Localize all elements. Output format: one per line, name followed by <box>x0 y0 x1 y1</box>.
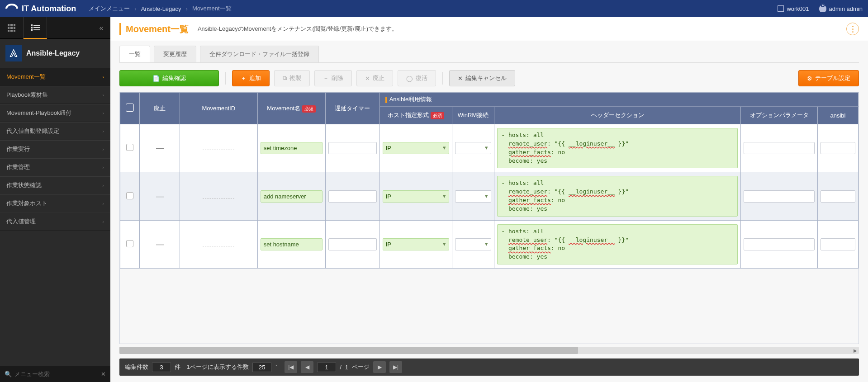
sidebar-item[interactable]: Movement-Playbook紐付› <box>0 104 110 122</box>
winrm-select[interactable] <box>455 142 492 154</box>
col-ansible-cfg: ansibl <box>818 107 859 124</box>
movement-name-input[interactable] <box>261 190 323 203</box>
sidebar-mode-bar: « <box>0 17 110 39</box>
col-discard: 廃止 <box>140 93 180 124</box>
horizontal-scrollbar[interactable]: ◀ ▶ <box>119 347 859 354</box>
chevron-right-icon: › <box>102 219 104 224</box>
prev-page-button[interactable]: ◀ <box>301 361 313 373</box>
sidebar-item[interactable]: 作業管理› <box>0 158 110 176</box>
user-menu[interactable]: admin admin <box>819 5 863 12</box>
sidebar-collapse-button[interactable]: « <box>92 24 110 32</box>
col-host-format: ホスト指定形式必須 <box>379 107 452 124</box>
scroll-right-icon[interactable]: ▶ <box>852 347 859 354</box>
list-icon <box>31 25 40 30</box>
minus-icon: － <box>323 74 329 82</box>
sidebar-section-label: Ansible-Legacy <box>26 49 80 57</box>
sidebar-item[interactable]: 作業実行› <box>0 140 110 158</box>
sidebar-item[interactable]: Playbook素材集› <box>0 86 110 104</box>
sidebar-item[interactable]: 作業状態確認› <box>0 176 110 194</box>
table-settings-button[interactable]: ⚙テーブル設定 <box>798 70 859 86</box>
clear-icon[interactable]: ✕ <box>101 371 106 377</box>
workspace-selector[interactable]: work001 <box>778 5 809 12</box>
discard-indicator: — <box>156 192 163 201</box>
option-param-input[interactable] <box>744 238 815 250</box>
row-checkbox[interactable] <box>126 192 133 199</box>
movement-id-placeholder <box>203 150 234 150</box>
sidebar-item-label: Movement-Playbook紐付 <box>6 109 72 117</box>
sidebar-item[interactable]: 作業対象ホスト› <box>0 194 110 212</box>
page-description: Ansible-LegacyのMovementをメンテナンス(閲覧/登録/更新/… <box>198 25 398 33</box>
ansible-cfg-input[interactable] <box>821 238 855 250</box>
product-logo: IT Automation <box>5 4 76 14</box>
header-section-textarea[interactable]: - hosts: all remote_user: "{{ __loginuse… <box>497 176 738 216</box>
toolbar-separator <box>225 72 226 85</box>
restore-button[interactable]: ◯復活 <box>398 70 436 86</box>
tab-history[interactable]: 変更履歴 <box>154 46 196 62</box>
sidebar-search-input[interactable] <box>14 371 101 377</box>
delay-input[interactable] <box>328 238 377 250</box>
top-bar: IT Automation メインメニュー › Ansible-Legacy ›… <box>0 0 868 17</box>
tab-bulk[interactable]: 全件ダウンロード・ファイル一括登録 <box>200 46 319 62</box>
delete-button[interactable]: －削除 <box>314 70 352 86</box>
col-header-section: ヘッダーセクション <box>494 107 741 124</box>
ansible-cfg-input[interactable] <box>821 190 855 203</box>
cancel-edit-button[interactable]: ✕編集キャンセル <box>449 70 515 86</box>
sidebar-item-label: 代入値管理 <box>6 217 36 226</box>
chevron-right-icon: › <box>102 183 104 188</box>
close-icon: ✕ <box>365 75 370 82</box>
option-param-input[interactable] <box>744 142 815 154</box>
chevron-right-icon: › <box>134 5 136 12</box>
host-format-select[interactable]: IP <box>383 142 449 154</box>
copy-icon: ⧉ <box>283 75 287 82</box>
page-menu-button[interactable] <box>846 23 859 35</box>
movement-id-placeholder <box>203 198 234 198</box>
host-format-select[interactable]: IP <box>383 238 449 250</box>
add-button[interactable]: ＋追加 <box>232 70 270 86</box>
workspace-icon <box>778 5 784 12</box>
discard-button[interactable]: ✕廃止 <box>356 70 393 86</box>
last-page-button[interactable]: ▶| <box>389 361 402 373</box>
grid-view-button[interactable] <box>0 17 24 39</box>
duplicate-button[interactable]: ⧉複製 <box>274 70 310 86</box>
row-checkbox[interactable] <box>126 240 133 247</box>
row-checkbox[interactable] <box>126 144 133 151</box>
sidebar: « Ansible-Legacy Movement一覧›Playbook素材集›… <box>0 17 110 382</box>
next-page-button[interactable]: ▶ <box>373 361 386 373</box>
scrollbar-thumb[interactable] <box>119 347 578 354</box>
col-delay: 遅延タイマー <box>325 93 379 124</box>
header-section-textarea[interactable]: - hosts: all remote_user: "{{ __loginuse… <box>497 128 738 168</box>
breadcrumb-item[interactable]: メインメニュー <box>89 5 130 13</box>
current-page-input[interactable] <box>317 363 336 372</box>
list-view-button[interactable] <box>24 17 47 39</box>
select-all-checkbox[interactable] <box>126 104 134 112</box>
sidebar-item[interactable]: 代入値自動登録設定› <box>0 122 110 140</box>
confirm-edit-button[interactable]: 📄編集確認 <box>119 70 219 86</box>
host-format-select[interactable]: IP <box>383 190 449 203</box>
sidebar-item[interactable]: 代入値管理› <box>0 212 110 231</box>
sidebar-item[interactable]: Movement一覧› <box>0 68 110 86</box>
table-row: —IP - hosts: all remote_user: "{{ __logi… <box>120 172 859 220</box>
ansible-cfg-input[interactable] <box>821 142 855 154</box>
tab-list[interactable]: 一覧 <box>119 46 150 62</box>
page-title: Movement一覧 <box>119 23 189 35</box>
toolbar: 📄編集確認 ＋追加 ⧉複製 －削除 ✕廃止 ◯復活 ✕編集キャンセル ⚙テーブル… <box>110 63 868 92</box>
edit-count-input[interactable] <box>152 363 171 372</box>
first-page-button[interactable]: |◀ <box>285 361 297 373</box>
sidebar-nav: Movement一覧›Playbook素材集›Movement-Playbook… <box>0 68 110 366</box>
per-page-input[interactable] <box>252 363 271 372</box>
per-page-stepper[interactable]: ˄ <box>275 364 278 371</box>
user-icon <box>819 5 826 12</box>
delay-input[interactable] <box>328 190 377 203</box>
movement-name-input[interactable] <box>261 238 323 250</box>
movement-name-input[interactable] <box>261 142 323 154</box>
delay-input[interactable] <box>328 142 377 154</box>
chevron-right-icon: › <box>102 165 104 170</box>
breadcrumb-item[interactable]: Ansible-Legacy <box>141 5 181 12</box>
option-param-input[interactable] <box>744 190 815 203</box>
winrm-select[interactable] <box>455 238 492 250</box>
workspace-name: work001 <box>787 5 809 12</box>
winrm-select[interactable] <box>455 190 492 203</box>
sidebar-item-label: Playbook素材集 <box>6 91 48 99</box>
header-section-textarea[interactable]: - hosts: all remote_user: "{{ __loginuse… <box>497 224 738 264</box>
col-movement-name: Movement名必須 <box>257 93 325 124</box>
